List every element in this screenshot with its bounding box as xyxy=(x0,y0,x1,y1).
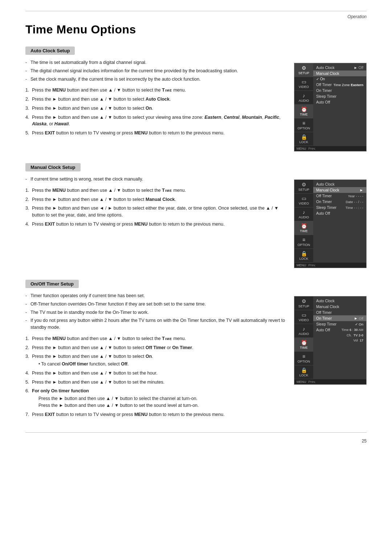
manual-clock-text: If current time setting is wrong, reset … xyxy=(25,176,287,231)
menu-arrow: ► Off xyxy=(354,65,363,70)
sidebar-option-3: ≡ OPTION xyxy=(294,352,313,365)
tv-menu-panel-2: ⚙ SETUP ▭ VIDEO ♪ AUDIO ⏰ xyxy=(294,179,367,268)
sidebar-setup-label: SETUP xyxy=(298,71,309,75)
menu-auto-off-2: Auto Off xyxy=(313,210,366,216)
check-mark: ✓ On xyxy=(316,77,325,81)
setup-icon-3: ⚙ xyxy=(302,298,306,304)
lock-icon-3: 🔒 xyxy=(301,367,307,373)
video-icon-2: ▭ xyxy=(302,195,306,201)
menu-ch-value: Ch. TV 2-0 xyxy=(313,333,366,338)
bottom-rule xyxy=(25,432,367,433)
bullet-item: Timer function operates only if current … xyxy=(25,292,287,299)
step-item: Press the ► button and then use ▲ / ▼ bu… xyxy=(25,370,287,377)
auto-clock-header: Auto Clock Setup xyxy=(25,46,75,55)
sidebar-lock: 🔒 LOCK xyxy=(294,132,313,146)
menu-off-timer-2: Off Timer Year - - - - xyxy=(313,193,366,199)
video-icon-3: ▭ xyxy=(302,312,306,318)
sidebar-time-3: ⏰ TIME xyxy=(294,338,313,352)
sidebar-time: ⏰ TIME xyxy=(294,105,313,118)
sidebar-audio-2: ♪ AUDIO xyxy=(294,207,313,221)
sidebar-option-label: OPTION xyxy=(298,126,310,130)
audio-icon-2: ♪ xyxy=(303,209,305,215)
sidebar-setup-2: ⚙ SETUP xyxy=(294,180,313,194)
audio-icon-3: ♪ xyxy=(303,326,305,332)
prev-nav: Prev. xyxy=(309,147,316,150)
tv-footer-1: MENU Prev. xyxy=(294,146,366,151)
sidebar-time-label: TIME xyxy=(300,113,308,116)
time-icon: ⏰ xyxy=(301,106,307,112)
option-icon-2: ≡ xyxy=(302,237,305,243)
menu-off-timer: Off Timer Time Zone Eastern xyxy=(313,82,366,88)
menu-label: Off Timer xyxy=(316,82,332,87)
menu-auto-clock-2: Auto Clock xyxy=(313,181,366,187)
step-item: Press the ► button and then use ▲ / ▼ bu… xyxy=(25,353,287,368)
step-item: Press the ► button and then use ▲ / ▼ bu… xyxy=(25,114,287,128)
auto-clock-text: The time is set automatically from a dig… xyxy=(25,59,287,139)
bullet-item: Off-Timer function overrides On-Timer fu… xyxy=(25,301,287,308)
sidebar-audio: ♪ AUDIO xyxy=(294,91,313,105)
on-off-timer-text: Timer function operates only if current … xyxy=(25,292,287,421)
menu-off-timer-3: Off Timer xyxy=(313,310,366,315)
menu-auto-off: Auto Off xyxy=(313,99,366,105)
tv-sidebar-2: ⚙ SETUP ▭ VIDEO ♪ AUDIO ⏰ xyxy=(294,180,313,263)
audio-icon: ♪ xyxy=(303,93,305,98)
tv-sidebar-1: ⚙ SETUP ▭ VIDEO ♪ AUDIO ⏰ xyxy=(294,63,313,146)
sidebar-video-3: ▭ VIDEO xyxy=(294,310,313,324)
bullet-item: If you do not press any button within 2 … xyxy=(25,317,287,331)
menu-label: Auto Clock xyxy=(316,65,335,70)
auto-clock-steps: Press the MENU button and then use ▲ / ▼… xyxy=(25,87,287,137)
step-item: Press the ► button and then use ▲ / ▼ bu… xyxy=(25,379,287,386)
tv-footer-3: MENU Prev. xyxy=(294,379,366,384)
manual-clock-bullets: If current time setting is wrong, reset … xyxy=(25,176,287,183)
option-icon: ≡ xyxy=(302,120,305,126)
sidebar-audio-3: ♪ AUDIO xyxy=(294,324,313,338)
step-item: Press EXIT button to return to TV viewin… xyxy=(25,221,287,228)
manual-clock-steps: Press the MENU button and then use ▲ / ▼… xyxy=(25,187,287,228)
menu-manual-clock-2: Manual Clock ► xyxy=(313,187,366,193)
step-item: Press the MENU button and then use ▲ / ▼… xyxy=(25,187,287,194)
tv-menu-panel-1: ⚙ SETUP ▭ VIDEO ♪ AUDIO ⏰ xyxy=(294,63,367,151)
menu-manual-clock-3: Manual Clock xyxy=(313,304,366,310)
section-label: Operation xyxy=(25,14,367,19)
top-rule xyxy=(25,11,367,11)
on-off-timer-header: On/Off Timer Setup xyxy=(25,280,79,288)
menu-label: Auto Off xyxy=(316,100,330,104)
sidebar-video-label: VIDEO xyxy=(299,85,309,89)
manual-clock-header: Manual Clock Setup xyxy=(25,163,81,171)
menu-on-timer: On Timer xyxy=(313,88,366,93)
menu-sleep-timer: Sleep Timer xyxy=(313,93,366,99)
tv-footer-2: MENU Prev. xyxy=(294,263,366,268)
menu-sleep-timer-3: Sleep Timer ✓ On xyxy=(313,321,366,327)
menu-auto-off-3: Auto Off Time 6 : 30 AM xyxy=(313,327,366,333)
sidebar-option-2: ≡ OPTION xyxy=(294,235,313,249)
bullet-item: The TV must be in standby mode for the O… xyxy=(25,309,287,316)
timezone-value: Time Zone Eastern xyxy=(333,83,363,87)
on-timer-sub: Press the ► button and then use ▲ / ▼ bu… xyxy=(32,395,287,409)
video-icon: ▭ xyxy=(302,79,306,85)
sidebar-audio-label: AUDIO xyxy=(299,99,309,102)
step-item: Press EXIT button to return to TV viewin… xyxy=(25,130,287,137)
step-item: Press the ► button and then use ▲ / ▼ bu… xyxy=(25,105,287,112)
auto-clock-section: Auto Clock Setup The time is set automat… xyxy=(25,46,367,151)
menu-label: Sleep Timer xyxy=(316,94,336,98)
step-item: Press the ► button and then use ▲ / ▼ bu… xyxy=(25,344,287,351)
menu-arrow-2: ► xyxy=(360,188,363,192)
sidebar-setup-3: ⚙ SETUP xyxy=(294,296,313,310)
step-item: Press EXIT button to return to TV viewin… xyxy=(25,411,287,418)
bullet-item: The time is set automatically from a dig… xyxy=(25,59,287,66)
page-title: Time Menu Options xyxy=(25,23,367,36)
menu-sleep-timer-2: Sleep Timer Time - - : - - xyxy=(313,205,366,210)
step-item: Press the ► button and then use ◄ / ► bu… xyxy=(25,205,287,219)
tv-sidebar-3: ⚙ SETUP ▭ VIDEO ♪ AUDIO ⏰ xyxy=(294,296,313,379)
menu-on-timer-2: On Timer Date - - / - - xyxy=(313,199,366,205)
on-off-timer-steps: Press the MENU button and then use ▲ / ▼… xyxy=(25,335,287,418)
menu-label: On Timer xyxy=(316,88,332,93)
sidebar-setup: ⚙ SETUP xyxy=(294,63,313,77)
on-off-timer-bullets: Timer function operates only if current … xyxy=(25,292,287,331)
bullet-item: If current time setting is wrong, reset … xyxy=(25,176,287,183)
on-off-timer-section: On/Off Timer Setup Timer function operat… xyxy=(25,280,367,421)
step-item: Press the MENU button and then use ▲ / ▼… xyxy=(25,335,287,342)
step-item: Press the ► button and then use ▲ / ▼ bu… xyxy=(25,196,287,203)
menu-manual-clock: Manual Clock xyxy=(313,70,366,76)
step-item: Press the MENU button and then use ▲ / ▼… xyxy=(25,87,287,94)
